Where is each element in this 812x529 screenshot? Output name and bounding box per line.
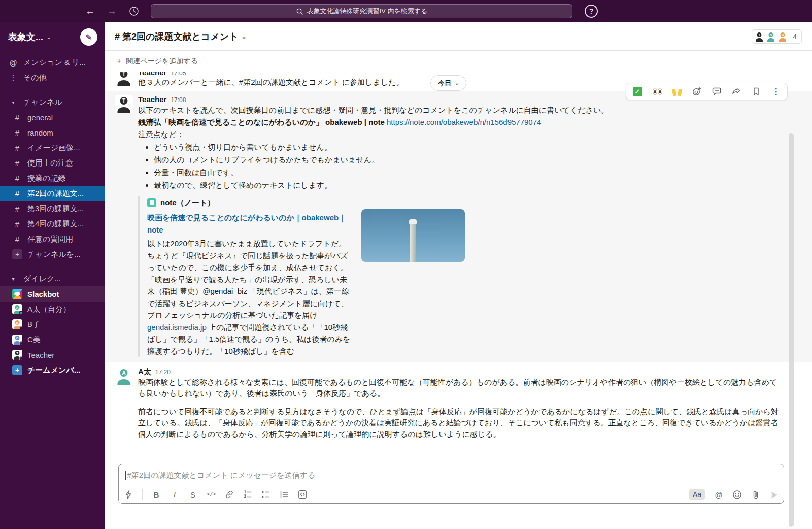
slackbot-avatar	[12, 289, 22, 299]
raised-hands-reaction-button[interactable]	[671, 86, 683, 96]
bookmarks-bar: + 関連ページを追加する	[105, 51, 812, 72]
sidebar-channel-session2-active[interactable]: #第2回の課題文...	[0, 186, 105, 201]
sidebar-nav: @ メンション & リ... ⋮ その他 ▾ チャンネル #general #r…	[0, 52, 105, 384]
ordered-list-button[interactable]	[243, 489, 252, 500]
sidebar-channel-general[interactable]: #general	[0, 110, 105, 125]
mention-button[interactable]: @	[714, 489, 723, 500]
formatting-toolbar: B I S </>	[119, 486, 784, 503]
channels-section-header[interactable]: ▾ チャンネル	[0, 94, 105, 110]
check-mark-reaction-button[interactable]: ✓	[632, 86, 643, 96]
send-button[interactable]: ➤	[769, 489, 779, 500]
sidebar-channel-random[interactable]: #random	[0, 125, 105, 140]
hash-icon: #	[12, 113, 22, 122]
hash-icon: #	[12, 159, 22, 168]
sidebar-channel-usage-notes[interactable]: #使用上の注意	[0, 155, 105, 171]
compose-pencil-icon: ✎	[85, 32, 92, 42]
hash-icon: #	[12, 189, 22, 198]
bullet-item: 他の人のコメントにリプライをつけるかたちでもかまいません。	[154, 154, 785, 166]
card-title-link[interactable]: 映画を倍速で見ることのなにがわるいのか｜obakeweb｜note	[147, 212, 353, 236]
at-icon: @	[8, 58, 18, 67]
sender-name[interactable]: A太	[138, 367, 151, 377]
strikethrough-button[interactable]: S	[188, 489, 197, 500]
sidebar-channel-questions[interactable]: #任意の質問用	[0, 232, 105, 247]
sidebar-channel-session3[interactable]: #第3回の課題文...	[0, 201, 105, 216]
emoji-button[interactable]	[732, 489, 742, 500]
search-icon	[296, 8, 303, 15]
text-cursor	[125, 471, 126, 480]
plus-icon: +	[12, 365, 22, 375]
note-url-link[interactable]: https://note.com/obakeweb/n/n156d9577907…	[387, 118, 541, 126]
date-divider-pill[interactable]: 今日 ⌄	[430, 75, 466, 91]
message-a-taro: A A太 17:20 映画体験として総称される様々な要素には、回復可能であるもの…	[105, 362, 812, 443]
message-paragraph: 映画体験として総称される様々な要素には、回復可能であるものと回復不可能な（可能性…	[138, 377, 785, 399]
sidebar-dm-slackbot[interactable]: Slackbot	[0, 286, 105, 302]
channel-view: # 第2回の課題文献とコメント ⌄ T A B 4 + 関連ページを追加する 今…	[105, 22, 812, 529]
code-button[interactable]: </>	[207, 489, 216, 500]
search-placeholder: 表象文化論特殊研究演習IV 内を検索する	[307, 7, 428, 16]
show-formatting-button[interactable]: Aa	[689, 489, 705, 500]
presence-offline-dot	[19, 341, 22, 345]
add-channel-button[interactable]: + チャンネルを...	[0, 247, 105, 262]
sidebar-item-more[interactable]: ⋮ その他	[0, 70, 105, 85]
sidebar-dm-teacher[interactable]: T Teacher	[0, 347, 105, 362]
more-actions-button[interactable]: ⋮	[770, 86, 782, 96]
dm-section-header[interactable]: ▾ ダイレク...	[0, 271, 105, 286]
member-avatar-teacher: T	[754, 31, 764, 42]
member-count: 4	[793, 32, 797, 41]
add-related-pages-button[interactable]: 関連ページを追加する	[126, 57, 198, 66]
sidebar-dm-b-ko[interactable]: B B子	[0, 317, 105, 332]
history-forward-icon[interactable]: →	[107, 6, 117, 17]
sidebar-dm-a-taro[interactable]: A A太（自分）	[0, 302, 105, 317]
attach-file-icon[interactable]	[751, 489, 760, 500]
member-avatar-a: A	[766, 31, 776, 42]
workspace-switcher[interactable]: 表象文... ⌄	[8, 31, 51, 43]
sidebar-channel-class-records[interactable]: #授業の記録	[0, 171, 105, 186]
add-reaction-button[interactable]	[691, 86, 702, 96]
hash-icon: #	[12, 144, 22, 152]
bulleted-list-button[interactable]	[261, 489, 270, 500]
channel-title[interactable]: # 第2回の課題文献とコメント ⌄	[115, 30, 247, 43]
italic-button[interactable]: I	[170, 489, 179, 500]
card-site-name: note（ノート）	[160, 197, 215, 208]
code-block-button[interactable]	[298, 489, 307, 500]
link-preview-card: note（ノート） 映画を倍速で見ることのなにがわるいのか｜obakeweb｜n…	[138, 196, 785, 357]
search-input[interactable]: 表象文化論特殊研究演習IV 内を検索する	[151, 4, 572, 18]
channel-header: # 第2回の課題文献とコメント ⌄ T A B 4	[105, 22, 812, 51]
avatar[interactable]: T	[115, 72, 133, 86]
channel-members-button[interactable]: T A B 4	[752, 29, 802, 44]
eyes-reaction-button[interactable]	[652, 86, 663, 96]
share-message-button[interactable]	[731, 86, 742, 96]
avatar[interactable]: A	[115, 367, 133, 385]
sender-name[interactable]: Teacher	[138, 72, 166, 77]
save-bookmark-button[interactable]	[751, 86, 762, 96]
history-back-icon[interactable]: ←	[85, 6, 95, 17]
timestamp[interactable]: 17:20	[155, 369, 171, 376]
sidebar-channel-session4[interactable]: #第4回の課題文...	[0, 216, 105, 232]
sidebar-channel-image[interactable]: #イメージ画像...	[0, 140, 105, 155]
timestamp[interactable]: 17:05	[171, 72, 186, 77]
note-favicon	[147, 198, 156, 207]
message-actions-toolbar: ✓ ⋮	[626, 83, 788, 100]
history-clock-icon[interactable]	[129, 6, 139, 16]
sidebar-item-mentions[interactable]: @ メンション & リ...	[0, 55, 105, 70]
new-message-button[interactable]: ✎	[80, 28, 97, 46]
bullet-item: どういう視点・切り口から書いてもかまいません。	[154, 142, 785, 153]
bold-button[interactable]: B	[152, 489, 161, 500]
message-teacher: ✓ ⋮ T	[105, 91, 812, 362]
link-button[interactable]	[225, 489, 234, 500]
help-icon[interactable]: ?	[585, 5, 598, 18]
timestamp[interactable]: 17:08	[171, 96, 186, 104]
message-input[interactable]: #第2回の課題文献とコメント にメッセージを送信する	[119, 464, 784, 486]
avatar[interactable]: T	[115, 95, 133, 113]
toolbar-divider	[142, 489, 143, 500]
card-preview-image[interactable]	[361, 209, 465, 262]
gendai-link[interactable]: gendai.ismedia.jp	[147, 323, 207, 332]
hash-icon: #	[12, 205, 22, 213]
invite-members-button[interactable]: + チームメンバ...	[0, 362, 105, 378]
sidebar-dm-c-mi[interactable]: C C美	[0, 332, 105, 347]
vertical-scrollbar[interactable]	[789, 133, 794, 527]
shortcuts-bolt-icon[interactable]	[124, 489, 133, 500]
sender-name[interactable]: Teacher	[138, 95, 166, 104]
blockquote-button[interactable]	[280, 489, 289, 500]
reply-in-thread-button[interactable]	[711, 86, 722, 96]
